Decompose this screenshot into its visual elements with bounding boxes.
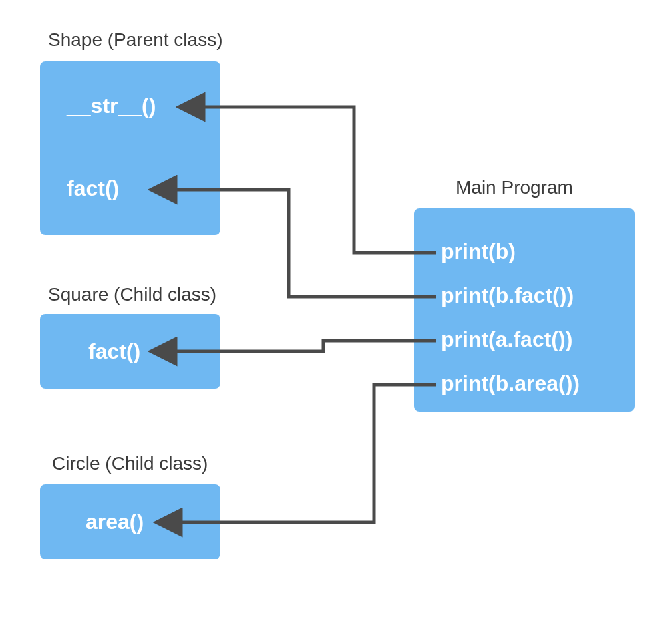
edge-print-bfact-to-shape-fact: [152, 190, 436, 297]
connectors: [0, 0, 672, 636]
edge-print-barea-to-circle-area: [158, 385, 436, 522]
edge-print-b-to-str: [180, 107, 436, 253]
edge-print-afact-to-square-fact: [152, 341, 436, 351]
diagram-canvas: Shape (Parent class) __str__() fact() Sq…: [0, 0, 672, 636]
